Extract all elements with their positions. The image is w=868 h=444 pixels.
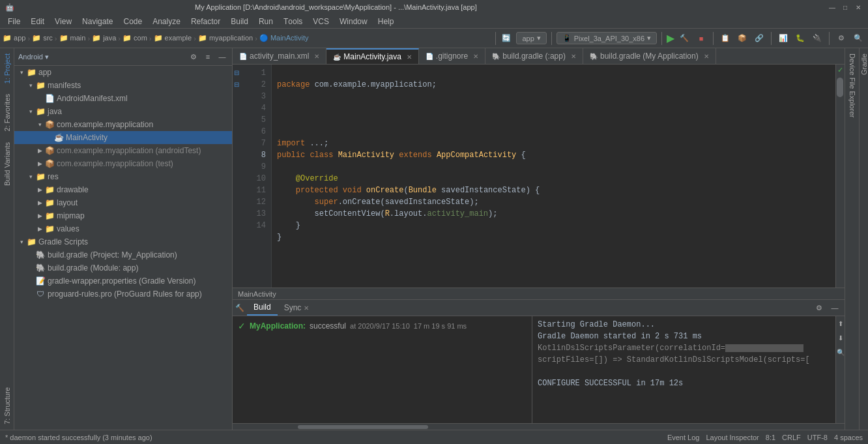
h-scroll-thumb[interactable] <box>298 425 428 429</box>
bottom-settings-icon[interactable]: ⚙ <box>812 301 826 315</box>
menu-code[interactable]: Code <box>118 14 147 28</box>
sdk-button[interactable]: 📦 <box>735 31 749 46</box>
horizontal-scrollbar[interactable] <box>233 423 845 430</box>
menu-file[interactable]: File <box>3 14 25 28</box>
tree-item-res[interactable]: ▾ 📁 res <box>14 170 232 183</box>
expand-arrow-gradle[interactable]: ▾ <box>17 239 26 245</box>
tree-item-com-example[interactable]: ▾ 📦 com.example.myapplication <box>14 118 232 131</box>
menu-build[interactable]: Build <box>225 14 253 28</box>
tab-project[interactable]: 1: Project <box>1 48 13 89</box>
status-encoding[interactable]: UTF-8 <box>807 434 828 441</box>
right-scrollbar[interactable]: ✓ <box>835 65 845 288</box>
tab-build[interactable]: Build <box>247 300 278 316</box>
tree-item-java[interactable]: ▾ 📁 java <box>14 105 232 118</box>
build-filter-icon[interactable]: 🔍 <box>833 345 845 359</box>
tab-device-file-explorer[interactable]: Device File Explorer <box>846 48 858 123</box>
maximize-button[interactable]: □ <box>841 3 850 12</box>
bc-example[interactable]: 📁 example <box>154 34 192 42</box>
bc-myapp[interactable]: 📁 myapplication <box>198 34 253 42</box>
expand-arrow-values[interactable]: ▶ <box>35 226 44 232</box>
menu-vcs[interactable]: VCS <box>308 14 334 28</box>
gradle-panel-label[interactable]: Gradle <box>859 48 869 80</box>
expand-arrow-app[interactable]: ▾ <box>17 69 26 76</box>
profile-button[interactable]: 📊 <box>776 31 790 46</box>
tab-build-gradle-app[interactable]: 🐘 build.gradle (:app) ✕ <box>485 48 583 64</box>
code-content[interactable]: package com.example.myapplication; impor… <box>272 65 835 288</box>
menu-help[interactable]: Help <box>373 14 399 28</box>
tree-item-androidtest[interactable]: ▶ 📦 com.example.myapplication (androidTe… <box>14 144 232 157</box>
tab-close-activity-main[interactable]: ✕ <box>314 53 319 60</box>
debug-button[interactable]: 🐛 <box>793 31 807 46</box>
bc-com[interactable]: 📁 com <box>123 34 147 42</box>
minimize-button[interactable]: — <box>828 3 837 12</box>
menu-window[interactable]: Window <box>334 14 373 28</box>
menu-run[interactable]: Run <box>253 14 278 28</box>
expand-arrow-drawable[interactable]: ▶ <box>35 186 44 193</box>
bottom-minimize-icon[interactable]: — <box>828 301 842 315</box>
tree-item-layout[interactable]: ▶ 📁 layout <box>14 196 232 209</box>
tree-item-mainactivity[interactable]: ☕ MainActivity <box>14 131 232 144</box>
stop-button[interactable]: ■ <box>694 31 708 46</box>
tree-item-gradle-wrapper[interactable]: 📝 gradle-wrapper.properties (Gradle Vers… <box>14 274 232 288</box>
tree-item-proguard[interactable]: 🛡 proguard-rules.pro (ProGuard Rules for… <box>14 288 232 301</box>
bc-java[interactable]: 📁 java <box>92 34 116 42</box>
event-log-link[interactable]: Event Log <box>667 434 700 441</box>
bc-mainactivity[interactable]: 🔵 MainActivity <box>259 34 309 42</box>
tab-close-build-gradle-myapp[interactable]: ✕ <box>704 53 709 60</box>
build-result-item[interactable]: ✓ MyApplication: successful at 2020/9/17… <box>235 319 529 333</box>
tree-item-test[interactable]: ▶ 📦 com.example.myapplication (test) <box>14 157 232 170</box>
expand-arrow-manifests[interactable]: ▾ <box>26 82 35 89</box>
tree-item-values[interactable]: ▶ 📁 values <box>14 222 232 235</box>
tab-close-gitignore[interactable]: ✕ <box>473 53 478 60</box>
bc-app[interactable]: 📁 app <box>3 34 25 42</box>
expand-arrow-test[interactable]: ▶ <box>35 147 44 154</box>
build-scroll-top[interactable]: ⬆ <box>833 316 845 331</box>
attach-button[interactable]: 🔌 <box>810 31 824 46</box>
menu-view[interactable]: View <box>50 14 77 28</box>
tree-item-androidmanifest[interactable]: 📄 AndroidManifest.xml <box>14 92 232 105</box>
tree-item-app[interactable]: ▾ 📁 app <box>14 66 232 79</box>
panel-gear-icon[interactable]: ⚙ <box>188 51 199 63</box>
sync-project-button[interactable]: 🔗 <box>752 31 766 46</box>
status-indent[interactable]: 4 spaces <box>834 434 863 441</box>
tab-close-build-gradle-app[interactable]: ✕ <box>571 53 576 60</box>
menu-edit[interactable]: Edit <box>25 14 50 28</box>
expand-arrow-res[interactable]: ▾ <box>26 173 35 180</box>
tab-build-variants[interactable]: Build Variants <box>1 137 13 191</box>
run-button[interactable]: ▶ <box>667 32 674 44</box>
expand-arrow-pkg[interactable]: ▾ <box>35 121 44 128</box>
tab-close-sync[interactable]: ✕ <box>304 304 309 312</box>
tree-item-drawable[interactable]: ▶ 📁 drawable <box>14 183 232 196</box>
layout-inspector-link[interactable]: Layout Inspector <box>706 434 759 441</box>
status-crlf[interactable]: CRLF <box>782 434 801 441</box>
expand-arrow-java[interactable]: ▾ <box>26 108 35 115</box>
close-button[interactable]: ✕ <box>854 3 863 12</box>
settings-button[interactable]: ⚙ <box>834 31 848 46</box>
tree-item-manifests[interactable]: ▾ 📁 manifests <box>14 79 232 92</box>
scroll-thumb[interactable] <box>837 78 843 97</box>
search-everywhere-button[interactable]: 🔍 <box>851 31 865 46</box>
menu-analyze[interactable]: Analyze <box>147 14 186 28</box>
tab-build-gradle-myapp[interactable]: 🐘 build.gradle (My Application) ✕ <box>583 48 716 64</box>
tab-structure[interactable]: 7: Structure <box>1 382 13 430</box>
tab-sync[interactable]: Sync ✕ <box>278 301 316 315</box>
tab-gitignore[interactable]: 📄 .gitignore ✕ <box>419 48 485 64</box>
sync-icon[interactable]: 🔄 <box>499 31 514 46</box>
avd-button[interactable]: 📋 <box>718 31 732 46</box>
tree-item-build-gradle-proj[interactable]: 🐘 build.gradle (Project: My_Application) <box>14 248 232 261</box>
tree-item-build-gradle-app[interactable]: 🐘 build.gradle (Module: app) <box>14 261 232 274</box>
tree-item-gradle-scripts[interactable]: ▾ 📁 Gradle Scripts <box>14 235 232 248</box>
expand-arrow-layout[interactable]: ▶ <box>35 200 44 206</box>
menu-refactor[interactable]: Refactor <box>186 14 225 28</box>
tree-item-mipmap[interactable]: ▶ 📁 mipmap <box>14 209 232 222</box>
tab-close-mainactivity[interactable]: ✕ <box>407 53 412 61</box>
expand-arrow-unittest[interactable]: ▶ <box>35 160 44 167</box>
tab-favorites[interactable]: 2: Favorites <box>1 89 13 136</box>
panel-dropdown-icon[interactable]: Android ▾ <box>18 53 49 61</box>
menu-navigate[interactable]: Navigate <box>77 14 118 28</box>
bc-main[interactable]: 📁 main <box>59 34 86 42</box>
tab-mainactivity-java[interactable]: ☕ MainActivity.java ✕ <box>326 48 418 64</box>
run-config-dropdown[interactable]: app ▾ <box>516 32 546 44</box>
bc-src[interactable]: 📁 src <box>32 34 53 42</box>
panel-collapse-icon[interactable]: ≡ <box>202 51 214 63</box>
